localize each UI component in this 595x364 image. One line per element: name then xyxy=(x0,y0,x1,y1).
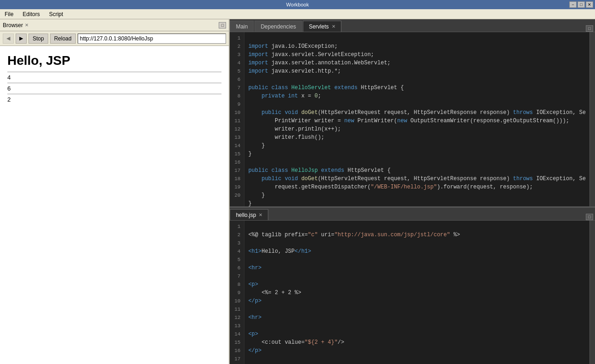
value-6: 6 xyxy=(7,85,221,92)
tab-dependencies[interactable]: Dependencies xyxy=(255,21,302,32)
browser-panel-title: Browser ✕ xyxy=(3,22,28,28)
tab-hello-jsp-label: hello.jsp xyxy=(236,212,256,218)
hello-jsp-scrollbar[interactable] xyxy=(589,221,595,364)
url-input[interactable] xyxy=(78,34,227,44)
main-container: Browser ✕ □ ◀ ▶ Stop Reload Hello, JSP 4… xyxy=(0,19,595,364)
hello-jsp-code-editor[interactable]: 12345 678910 1112131415 1617181920 21 <%… xyxy=(230,221,595,364)
menu-editors[interactable]: Editors xyxy=(20,10,42,18)
divider-1 xyxy=(7,72,221,72)
browser-heading: Hello, JSP xyxy=(7,53,221,68)
hello-jsp-code-inner: 12345 678910 1112131415 1617181920 21 <%… xyxy=(230,221,595,364)
close-button[interactable]: ✕ xyxy=(586,1,593,8)
tab-hello-jsp-close-icon[interactable]: ✕ xyxy=(259,212,262,217)
minimize-button[interactable]: − xyxy=(569,1,577,8)
menu-bar: File Editors Script xyxy=(0,9,595,19)
bottom-code-section: hello.jsp ✕ □ 12345 678910 1112131415 16… xyxy=(230,208,595,364)
tab-servlets-close-icon[interactable]: ✕ xyxy=(332,24,335,29)
browser-content: Hello, JSP 4 6 2 xyxy=(0,46,229,364)
browser-title-label: Browser xyxy=(3,22,23,28)
hello-jsp-line-numbers: 12345 678910 1112131415 1617181920 21 xyxy=(230,221,244,364)
tab-main-label: Main xyxy=(236,23,248,30)
right-panel: Main Dependencies Servlets ✕ □ 12345 678… xyxy=(230,19,595,364)
servlets-scrollbar[interactable] xyxy=(589,32,595,206)
tab-hello-jsp[interactable]: hello.jsp ✕ xyxy=(230,209,268,220)
browser-toolbar: ◀ ▶ Stop Reload xyxy=(0,31,229,46)
servlets-code-inner: 12345 678910 1112131415 1617181920 impor… xyxy=(230,32,595,206)
stop-button[interactable]: Stop xyxy=(28,34,48,44)
forward-button[interactable]: ▶ xyxy=(16,34,27,44)
bottom-tabs-bar: hello.jsp ✕ □ xyxy=(230,208,595,221)
browser-icon: ✕ xyxy=(25,23,28,28)
title-bar: Workbook − □ ✕ xyxy=(0,0,595,9)
value-4: 4 xyxy=(7,74,221,81)
top-panel-maximize-button[interactable]: □ xyxy=(586,25,593,32)
browser-panel: Browser ✕ □ ◀ ▶ Stop Reload Hello, JSP 4… xyxy=(0,19,230,364)
value-2: 2 xyxy=(7,96,221,103)
title-bar-title: Workbook xyxy=(286,2,309,7)
top-code-section: Main Dependencies Servlets ✕ □ 12345 678… xyxy=(230,19,595,208)
bottom-panel-maximize-button[interactable]: □ xyxy=(586,214,593,220)
maximize-button[interactable]: □ xyxy=(578,1,585,8)
servlets-line-numbers: 12345 678910 1112131415 1617181920 xyxy=(230,32,244,206)
menu-script[interactable]: Script xyxy=(46,10,66,18)
divider-2 xyxy=(7,83,221,83)
tab-servlets[interactable]: Servlets ✕ xyxy=(303,21,341,32)
top-tabs-bar: Main Dependencies Servlets ✕ □ xyxy=(230,19,595,32)
menu-file[interactable]: File xyxy=(2,10,16,18)
reload-button[interactable]: Reload xyxy=(50,34,76,44)
divider-3 xyxy=(7,94,221,94)
tab-servlets-label: Servlets xyxy=(309,23,329,30)
browser-panel-header: Browser ✕ □ xyxy=(0,19,229,31)
back-button[interactable]: ◀ xyxy=(3,34,14,44)
hello-jsp-code-content: <%@ taglib prefix="c" uri="http://java.s… xyxy=(244,221,589,364)
tab-dependencies-label: Dependencies xyxy=(261,23,296,30)
servlets-code-content: import java.io.IOException; import javax… xyxy=(244,32,589,206)
browser-maximize-button[interactable]: □ xyxy=(219,22,226,28)
tab-main[interactable]: Main xyxy=(230,21,254,32)
servlets-code-editor[interactable]: 12345 678910 1112131415 1617181920 impor… xyxy=(230,32,595,206)
